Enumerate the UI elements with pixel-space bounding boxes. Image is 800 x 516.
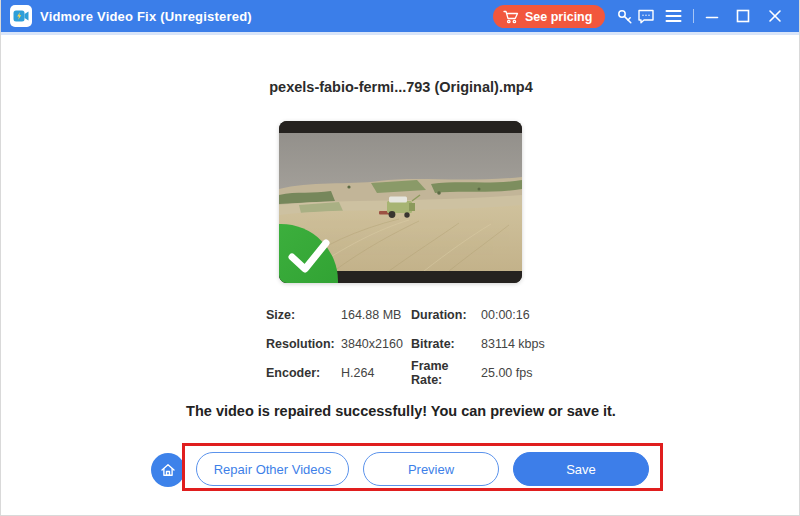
titlebar-separator <box>693 9 694 23</box>
key-icon <box>616 8 633 25</box>
video-info-grid: Size: 164.88 MB Duration: 00:00:16 Resol… <box>266 300 558 387</box>
info-value: H.264 <box>341 366 411 380</box>
repair-success-badge <box>279 221 341 283</box>
maximize-button[interactable] <box>731 0 755 32</box>
cart-icon <box>503 10 519 24</box>
see-pricing-label: See pricing <box>525 10 592 24</box>
feedback-button[interactable] <box>634 0 658 32</box>
minimize-icon <box>705 9 719 23</box>
hamburger-icon <box>665 9 682 23</box>
info-label: Encoder: <box>266 366 341 380</box>
info-label: Frame Rate: <box>411 359 481 387</box>
info-label: Duration: <box>411 308 481 322</box>
video-thumbnail <box>279 121 522 283</box>
video-filename: pexels-fabio-fermi...793 (Original).mp4 <box>1 79 800 95</box>
app-window: Vidmore Video Fix (Unregistered) See pri… <box>0 0 800 516</box>
info-label: Bitrate: <box>411 337 481 351</box>
info-value: 3840x2160 <box>341 337 411 351</box>
info-value: 00:00:16 <box>481 308 558 322</box>
see-pricing-button[interactable]: See pricing <box>493 5 605 28</box>
titlebar: Vidmore Video Fix (Unregistered) See pri… <box>1 0 800 32</box>
window-title: Vidmore Video Fix (Unregistered) <box>40 0 252 32</box>
info-label: Size: <box>266 308 341 322</box>
save-button[interactable]: Save <box>513 452 649 486</box>
maximize-icon <box>736 9 750 23</box>
success-message: The video is repaired successfully! You … <box>1 403 800 419</box>
close-button[interactable] <box>763 0 787 32</box>
register-button[interactable] <box>612 0 636 32</box>
app-logo-icon <box>10 5 32 27</box>
info-value: 83114 kbps <box>481 337 558 351</box>
home-button[interactable] <box>151 453 185 487</box>
speech-bubble-icon <box>637 8 655 25</box>
preview-button[interactable]: Preview <box>363 452 499 486</box>
info-value: 164.88 MB <box>341 308 411 322</box>
house-icon <box>159 461 177 479</box>
titlebar-bottom-strip <box>1 32 800 35</box>
info-value: 25.00 fps <box>481 366 558 380</box>
close-icon <box>768 9 782 23</box>
info-label: Resolution: <box>266 337 341 351</box>
repair-other-videos-button[interactable]: Repair Other Videos <box>196 452 349 486</box>
minimize-button[interactable] <box>700 0 724 32</box>
menu-button[interactable] <box>661 0 685 32</box>
